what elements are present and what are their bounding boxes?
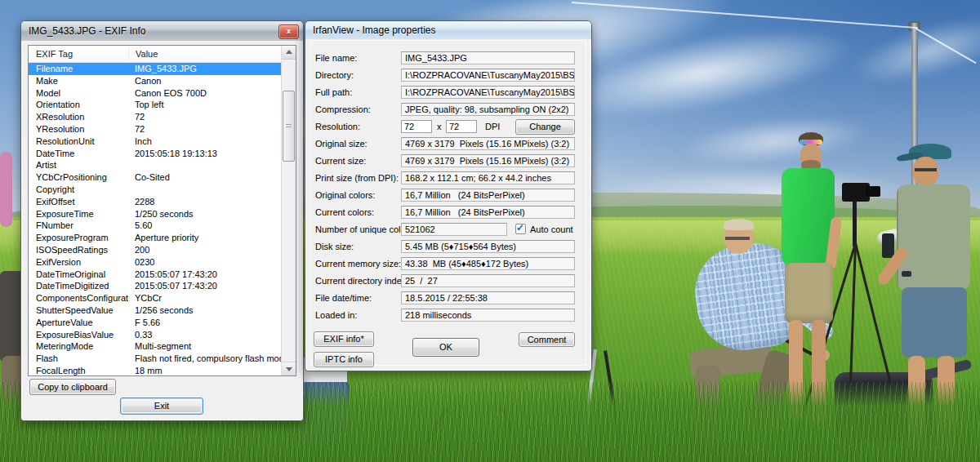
- table-row[interactable]: ExifVersion 0230: [29, 256, 282, 269]
- exif-value-cell: 5.60: [128, 220, 282, 232]
- exif-value-cell: Inch: [128, 135, 282, 148]
- exif-tag-cell: ExposureBiasValue: [29, 329, 128, 341]
- exif-tag-cell: ISOSpeedRatings: [29, 244, 128, 256]
- table-row[interactable]: ExposureProgram Aperture priority: [29, 232, 282, 244]
- table-row[interactable]: FNumber 5.60: [29, 220, 282, 232]
- exif-value-cell: 18 mm: [128, 365, 282, 375]
- resolution-x-input[interactable]: [401, 120, 432, 133]
- exit-button[interactable]: Exit: [120, 398, 203, 415]
- prop-value-box: 18.5.2015 / 22:55:38: [401, 291, 575, 304]
- table-row[interactable]: Filename IMG_5433.JPG: [29, 63, 282, 75]
- exif-value-cell: YCbCr: [128, 292, 282, 304]
- prop-label: Original colors:: [315, 190, 375, 200]
- exif-value-cell: 0230: [128, 256, 282, 269]
- exif-value-cell: F 5.66: [128, 317, 282, 329]
- table-row[interactable]: ExposureTime 1/250 seconds: [29, 208, 282, 220]
- table-row[interactable]: ISOSpeedRatings 200: [29, 244, 282, 256]
- exif-value-cell: 2015:05:07 17:43:20: [128, 280, 282, 292]
- exif-value-cell: 0.33: [128, 329, 282, 341]
- table-row[interactable]: Flash Flash not fired, compulsory flash …: [29, 353, 282, 365]
- resolution-row: Resolution: x DPI Change: [315, 120, 581, 133]
- scrollbar[interactable]: [281, 46, 296, 375]
- prop-value-box: I:\ROZPRACOVANE\TuscanyMay2015\BS\Hed: [401, 86, 575, 99]
- exif-value-cell: 72: [128, 111, 282, 123]
- table-row[interactable]: DateTimeDigitized 2015:05:07 17:43:20: [29, 280, 282, 292]
- change-button[interactable]: Change: [515, 119, 575, 135]
- exif-tag-cell: MeteringMode: [29, 340, 128, 353]
- exif-tag-cell: YCbCrPositioning: [29, 171, 128, 184]
- exif-value-cell: 2015:05:18 19:13:13: [128, 148, 282, 160]
- exif-tag-cell: XResolution: [29, 111, 128, 123]
- exif-info-button[interactable]: EXIF info*: [314, 331, 374, 347]
- table-row[interactable]: ApertureValue F 5.66: [29, 317, 282, 329]
- resolution-y-input[interactable]: [446, 120, 477, 133]
- tripod-column: [853, 196, 857, 247]
- prop-value-box: 43.38 MB (45♦485♦172 Bytes): [401, 257, 575, 270]
- exif-tag-cell: Model: [29, 87, 128, 100]
- person-cap-face: [913, 157, 938, 187]
- table-row[interactable]: FocalLength 18 mm: [29, 365, 282, 375]
- exif-tag-cell: Filename: [29, 63, 128, 75]
- table-row[interactable]: ComponentsConfiguration YCbCr: [29, 292, 282, 304]
- checkmark-icon: ✓: [516, 222, 524, 233]
- table-row[interactable]: DateTimeOriginal 2015:05:07 17:43:20: [29, 269, 282, 281]
- exif-value-cell: 200: [128, 244, 282, 256]
- copy-to-clipboard-button[interactable]: Copy to clipboard: [29, 379, 116, 395]
- exif-value-cell: Canon: [128, 75, 282, 87]
- ok-button[interactable]: OK: [412, 338, 479, 357]
- person-plaid-hair: [724, 219, 754, 230]
- table-row[interactable]: ExifOffset 2288: [29, 196, 282, 208]
- exif-value-cell: Co-Sited: [128, 171, 282, 184]
- exif-tag-cell: Copyright: [29, 184, 128, 196]
- table-row[interactable]: ResolutionUnit Inch: [29, 135, 282, 148]
- exif-value-cell: 2288: [128, 196, 282, 208]
- scroll-down-icon[interactable]: [282, 362, 296, 375]
- prop-label: Loaded in:: [315, 310, 357, 320]
- auto-count-checkbox[interactable]: ✓: [515, 224, 526, 234]
- scrollbar-thumb[interactable]: [283, 91, 295, 162]
- table-row[interactable]: YCbCrPositioning Co-Sited: [29, 171, 282, 184]
- prop-value-box: 5.45 MB (5♦715♦564 Bytes): [401, 240, 575, 253]
- table-row[interactable]: XResolution 72: [29, 111, 282, 123]
- glasses: [915, 168, 937, 171]
- table-row[interactable]: ExposureBiasValue 0.33: [29, 329, 282, 341]
- exif-window-title: IMG_5433.JPG - EXIF Info: [29, 25, 145, 37]
- exif-tag-cell: ExposureProgram: [29, 232, 128, 244]
- exif-value-cell: Aperture priority: [128, 232, 282, 244]
- table-row[interactable]: Artist: [29, 159, 282, 171]
- table-row[interactable]: Copyright: [29, 184, 282, 196]
- prop-value-box: 4769 x 3179 Pixels (15.16 MPixels) (3:2): [401, 154, 575, 167]
- exif-tag-cell: Artist: [29, 159, 128, 171]
- prop-label: Current colors:: [315, 207, 374, 217]
- wristwatch: [902, 271, 911, 277]
- exif-tag-cell: DateTimeOriginal: [29, 269, 128, 281]
- prop-label: Print size (from DPI):: [315, 173, 399, 183]
- column-header-value[interactable]: Value: [129, 47, 158, 60]
- exif-tag-cell: FNumber: [29, 220, 128, 232]
- iptc-info-button[interactable]: IPTC info: [314, 352, 374, 367]
- prop-label: Full path:: [315, 87, 352, 97]
- exif-value-cell: [128, 184, 282, 196]
- table-row[interactable]: Model Canon EOS 700D: [29, 87, 282, 100]
- prop-label: Resolution:: [315, 122, 360, 131]
- column-header-tag[interactable]: EXIF Tag: [29, 47, 129, 60]
- camera-lens: [866, 186, 880, 197]
- table-row[interactable]: Make Canon: [29, 75, 282, 87]
- exif-window-titlebar[interactable]: IMG_5433.JPG - EXIF Info x: [21, 21, 303, 41]
- table-row[interactable]: MeteringMode Multi-segment: [29, 340, 282, 353]
- exif-tag-cell: ResolutionUnit: [29, 135, 128, 148]
- table-row[interactable]: YResolution 72: [29, 123, 282, 135]
- properties-window-titlebar[interactable]: IrfanView - Image properties: [305, 21, 591, 39]
- table-row[interactable]: Orientation Top left: [29, 99, 282, 111]
- dpi-label: DPI: [485, 122, 500, 131]
- exif-tag-cell: ShutterSpeedValue: [29, 304, 128, 317]
- exif-value-cell: Multi-segment: [128, 340, 282, 353]
- comment-button[interactable]: Comment: [519, 332, 575, 347]
- table-row[interactable]: ShutterSpeedValue 1/256 seconds: [29, 304, 282, 317]
- exif-tag-cell: ApertureValue: [29, 317, 128, 329]
- scroll-up-icon[interactable]: [282, 46, 296, 60]
- table-row[interactable]: DateTime 2015:05:18 19:13:13: [29, 148, 282, 160]
- close-icon[interactable]: x: [278, 24, 299, 39]
- exif-table-rows: Filename IMG_5433.JPG Make Canon Model C…: [29, 63, 282, 375]
- resolution-separator: x: [437, 122, 442, 131]
